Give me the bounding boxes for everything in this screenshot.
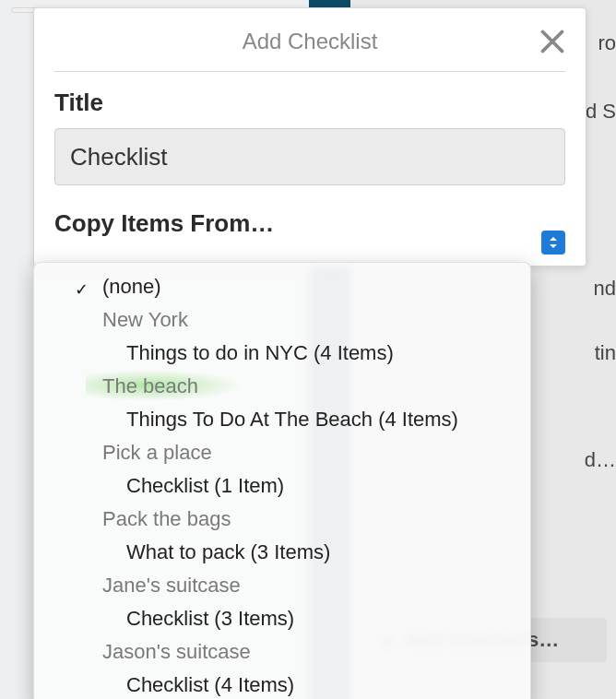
dropdown-option-label: Checklist (1 Item) bbox=[126, 474, 284, 497]
add-checklist-popup: Add Checklist Title Copy Items From… bbox=[33, 7, 586, 267]
checkmark-icon: ✓ bbox=[75, 274, 89, 305]
bg-fragment: d… bbox=[585, 448, 616, 472]
select-updown-icon[interactable] bbox=[541, 231, 565, 255]
dropdown-group-label: Pick a place bbox=[102, 441, 212, 464]
dropdown-option[interactable]: Checklist (1 Item) bbox=[34, 469, 530, 503]
dropdown-group: Jane's suitcase bbox=[34, 569, 530, 602]
popup-header: Add Checklist bbox=[54, 19, 565, 72]
dropdown-option-label: Things To Do At The Beach (4 Items) bbox=[126, 408, 458, 431]
dropdown-option-label: (none) bbox=[102, 275, 161, 298]
dropdown-group-label: The beach bbox=[102, 374, 198, 397]
dropdown-option-label: What to pack (3 Items) bbox=[126, 540, 330, 563]
bg-fragment: nd bbox=[594, 277, 616, 301]
popup-title: Add Checklist bbox=[243, 29, 378, 53]
dropdown-option[interactable]: What to pack (3 Items) bbox=[34, 536, 530, 569]
dropdown-option[interactable]: Things to do in NYC (4 Items) bbox=[34, 337, 530, 370]
dropdown-option[interactable]: Checklist (3 Items) bbox=[34, 602, 530, 635]
dropdown-group-label: Jason's suitcase bbox=[102, 640, 251, 663]
bg-fragment: d S bbox=[586, 100, 616, 124]
bg-fragment: ro bbox=[598, 31, 616, 55]
title-field-label: Title bbox=[54, 89, 565, 117]
dropdown-group-label: Pack the bags bbox=[102, 507, 231, 530]
checklist-title-input[interactable] bbox=[54, 128, 565, 185]
dropdown-option[interactable]: Things To Do At The Beach (4 Items) bbox=[34, 403, 530, 436]
dropdown-group: New York bbox=[34, 303, 530, 337]
dropdown-group-label: Jane's suitcase bbox=[102, 574, 241, 597]
dropdown-option-none[interactable]: ✓ (none) bbox=[34, 270, 530, 303]
copy-from-dropdown[interactable]: ✓ (none) New York Things to do in NYC (4… bbox=[33, 262, 531, 699]
dropdown-group-label: New York bbox=[102, 308, 188, 331]
bg-fragment: tin bbox=[595, 341, 616, 365]
dropdown-option-label: Checklist (3 Items) bbox=[126, 607, 294, 630]
dropdown-group: The beach bbox=[34, 370, 530, 403]
dropdown-group: Jason's suitcase bbox=[34, 635, 530, 669]
copy-from-label: Copy Items From… bbox=[54, 209, 565, 238]
dropdown-group: Pack the bags bbox=[34, 503, 530, 536]
close-icon[interactable] bbox=[539, 29, 565, 54]
dropdown-option-label: Things to do in NYC (4 Items) bbox=[126, 341, 394, 364]
dropdown-option[interactable]: Checklist (4 Items) bbox=[34, 669, 530, 699]
dropdown-group: Pick a place bbox=[34, 436, 530, 469]
dropdown-option-label: Checklist (4 Items) bbox=[126, 673, 294, 696]
